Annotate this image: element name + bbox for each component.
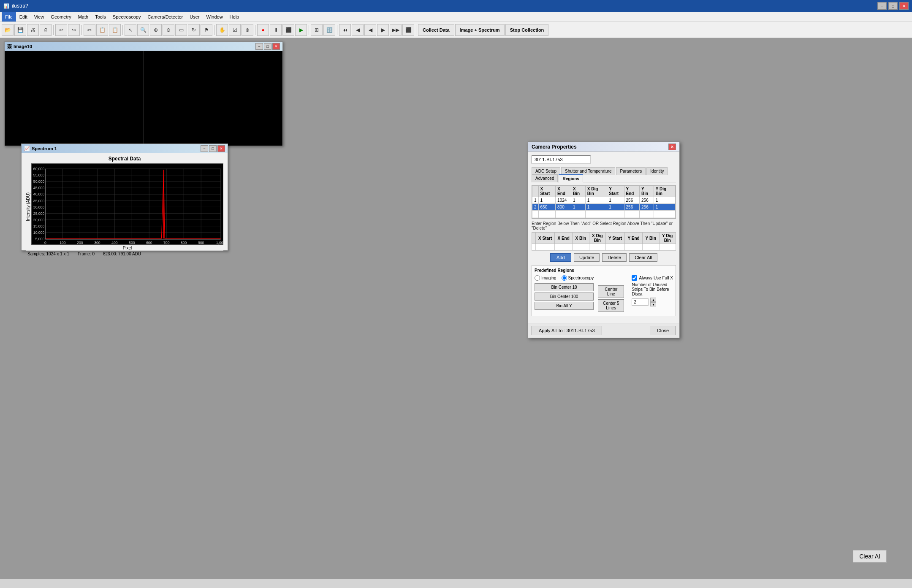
toolbar-next-slow[interactable]: ▶ [377,24,389,36]
menu-tools[interactable]: Tools [92,12,109,22]
tab-parameters[interactable]: Parameters [616,167,646,175]
radio-imaging[interactable]: Imaging [535,275,556,281]
toolbar-stop[interactable]: ⬛ [282,24,294,36]
close-dialog-button[interactable]: Close [650,326,676,335]
toolbar-pointer[interactable]: ↖ [125,24,136,36]
toolbar-flag[interactable]: ⚑ [201,24,212,36]
tab-regions[interactable]: Regions [559,174,583,182]
toolbar-zoom-in[interactable]: ⊕ [150,24,162,36]
close-button[interactable]: ✕ [899,2,909,10]
input-x-end[interactable] [555,244,572,250]
input-y-start[interactable] [606,244,624,250]
menu-spectroscopy[interactable]: Spectroscopy [109,12,144,22]
minimize-button[interactable]: − [877,2,887,10]
delete-button[interactable]: Delete [602,253,627,262]
toolbar-zoom-out[interactable]: ⊖ [163,24,174,36]
toolbar-cut[interactable]: ✂ [84,24,95,36]
toolbar-pause[interactable]: ⏸ [270,24,282,36]
col-y-dig-bin: Y Dig Bin [654,186,675,197]
radio-imaging-input[interactable] [535,275,540,281]
dialog-content: 3011-BI-1753 ADC Setup Shutter and Tempe… [528,152,679,323]
menu-edit[interactable]: Edit [16,12,31,22]
clear-all-button[interactable]: Clear All [629,253,657,262]
menu-view[interactable]: View [31,12,48,22]
input-x-bin[interactable] [573,244,588,250]
toolbar-rotate[interactable]: ↻ [188,24,200,36]
stop-collection-button[interactable]: Stop Collection [505,24,549,36]
tab-advanced[interactable]: Advanced [532,174,558,182]
instruction-text: Enter Region Below Then "Add" OR Select … [532,221,676,230]
spinner-up[interactable]: ▲ [650,298,656,302]
input-x-dig-bin[interactable] [590,244,605,250]
toolbar-prev[interactable]: ◀ [352,24,364,36]
menu-geometry[interactable]: Geometry [47,12,74,22]
spinner-down[interactable]: ▼ [650,302,656,306]
bin-all-y-button[interactable]: Bin All Y [535,302,594,310]
unused-strips: Number of UnusedStrips To Bin BeforeDisc… [632,282,673,306]
toolbar-open[interactable]: 📂 [2,24,14,36]
toolbar-print[interactable]: 🖨 [40,24,52,36]
table-row[interactable]: 1 1 1024 1 1 1 256 256 1 [532,197,676,204]
toolbar-move[interactable]: ✋ [216,24,228,36]
tab-identity[interactable]: Identity [646,167,668,175]
menu-file[interactable]: File [2,12,16,22]
always-use-full-x-checkbox[interactable] [632,275,637,281]
radio-spectroscopy-input[interactable] [562,275,567,281]
input-x-start[interactable] [536,244,554,250]
table-row-selected[interactable]: 2 650 800 1 1 1 256 256 1 [532,204,676,211]
toolbar-select-rect[interactable]: ▭ [175,24,187,36]
menu-math[interactable]: Math [75,12,92,22]
collect-data-button[interactable]: Collect Data [418,24,454,36]
status-coords: 623.00: 791.00 ADU [103,252,141,256]
update-button[interactable]: Update [574,253,600,262]
table-row-empty-2[interactable] [532,217,676,219]
maximize-button[interactable]: □ [888,2,898,10]
toolbar-counter[interactable]: 🔢 [323,24,335,36]
input-y-bin[interactable] [643,244,658,250]
toolbar-undo[interactable]: ↩ [55,24,67,36]
toolbar-record[interactable]: ● [257,24,269,36]
toolbar-play[interactable]: ▶ [295,24,307,36]
add-button[interactable]: Add [550,253,571,262]
spectrum-minimize[interactable]: − [201,145,208,152]
tab-shutter-temp[interactable]: Shutter and Temperature [561,167,615,175]
tab-adc-setup[interactable]: ADC Setup [532,167,560,175]
toolbar-crosshair[interactable]: ⊕ [242,24,253,36]
input-y-end[interactable] [625,244,642,250]
image-minimize[interactable]: − [255,43,263,50]
toolbar-save[interactable]: 💾 [14,24,26,36]
clear-ai-button[interactable]: Clear AI [853,550,887,563]
menu-window[interactable]: Window [203,12,226,22]
toolbar-prev-slow[interactable]: ◀ [364,24,376,36]
toolbar-first[interactable]: ⏮ [339,24,351,36]
toolbar-check[interactable]: ☑ [229,24,241,36]
apply-all-button[interactable]: Apply All To : 3011-BI-1753 [532,326,602,335]
image-maximize[interactable]: □ [264,43,271,50]
bin-center-100-button[interactable]: Bin Center 100 [535,293,594,301]
toolbar-print-preview[interactable]: 🖨 [27,24,39,36]
toolbar-redo[interactable]: ↪ [68,24,80,36]
status-text [3,581,5,586]
spectrum-close[interactable]: ✕ [217,145,225,152]
menu-help[interactable]: Help [226,12,243,22]
center-5-lines-button[interactable]: Center 5 Lines [598,299,624,312]
bin-center-10-button[interactable]: Bin Center 10 [535,283,594,291]
image-spectrum-button[interactable]: Image + Spectrum [455,24,505,36]
unused-strips-input[interactable] [632,298,649,306]
toolbar-next[interactable]: ▶▶ [390,24,402,36]
dialog-close-btn[interactable]: ✕ [668,144,676,150]
menu-camera-detector[interactable]: Camera/Detector [144,12,186,22]
center-line-button[interactable]: Center Line [598,285,624,298]
input-y-dig-bin[interactable] [660,244,675,250]
toolbar-frame-back[interactable]: ⊞ [311,24,323,36]
chart-container: 60,000 55,000 50,000 45,000 40,000 35,00… [31,163,223,245]
image-close[interactable]: ✕ [272,43,280,50]
spectrum-maximize[interactable]: □ [209,145,217,152]
toolbar-copy[interactable]: 📋 [96,24,108,36]
toolbar-stop2[interactable]: ⬛ [402,24,414,36]
menu-user[interactable]: User [186,12,203,22]
table-row-empty-1[interactable] [532,211,676,217]
radio-spectroscopy[interactable]: Spectroscopy [562,275,594,281]
toolbar-paste[interactable]: 📋 [109,24,121,36]
toolbar-zoom[interactable]: 🔍 [137,24,149,36]
